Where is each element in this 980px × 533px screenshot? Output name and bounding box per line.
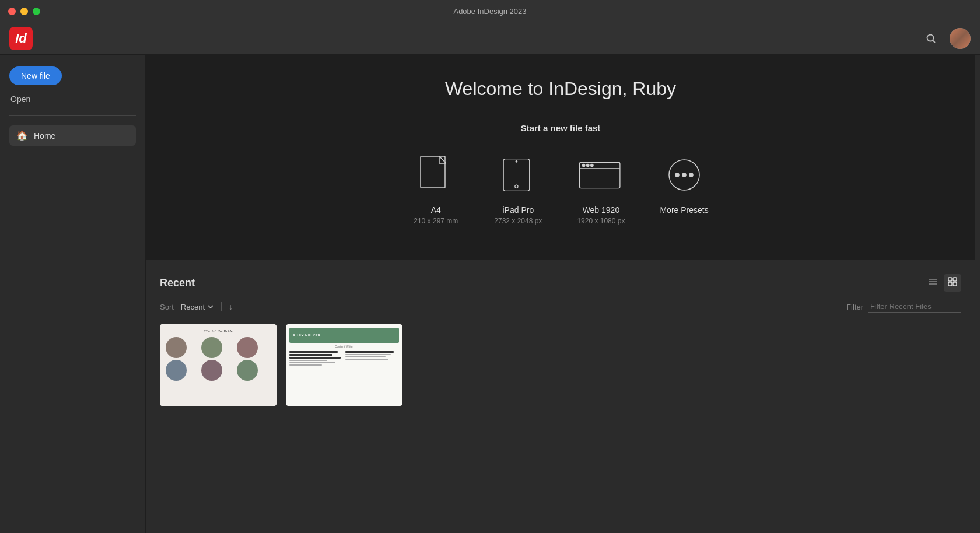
svg-point-10 <box>587 164 589 166</box>
filter-label: Filter <box>846 303 863 311</box>
preset-web-icon <box>578 152 624 198</box>
svg-point-11 <box>591 164 593 166</box>
scrollbar[interactable] <box>975 55 980 533</box>
svg-point-5 <box>515 185 518 188</box>
svg-point-14 <box>682 173 686 177</box>
svg-point-0 <box>928 34 934 41</box>
app-header: Id <box>0 22 980 55</box>
preset-a4[interactable]: A4 210 x 297 mm <box>412 152 459 225</box>
header-right <box>922 28 971 49</box>
sort-bar: Sort Recent ↓ Filter <box>160 301 961 313</box>
sort-label: Sort <box>160 303 174 311</box>
preset-ipad-pro[interactable]: iPad Pro 2732 x 2048 px <box>494 152 542 225</box>
open-button[interactable]: Open <box>9 92 136 106</box>
search-button[interactable] <box>922 29 940 48</box>
svg-rect-20 <box>953 278 957 281</box>
home-icon: 🏠 <box>16 130 28 141</box>
preset-web-name: Web 1920 <box>583 205 620 215</box>
sort-divider <box>221 302 222 311</box>
welcome-title: Welcome to InDesign, Ruby <box>158 78 964 100</box>
sidebar-item-home[interactable]: 🏠 Home <box>9 125 136 146</box>
preset-ipad-icon <box>495 152 541 198</box>
welcome-section: Welcome to InDesign, Ruby Start a new fi… <box>146 55 975 260</box>
preset-more-name: More Presets <box>660 205 708 215</box>
presets-subtitle: Start a new file fast <box>158 123 964 133</box>
recent-title: Recent <box>160 277 195 289</box>
preset-a4-icon <box>412 152 459 198</box>
svg-point-13 <box>676 173 679 177</box>
app-logo: Id <box>9 27 33 50</box>
svg-point-9 <box>583 164 585 166</box>
svg-line-1 <box>933 40 936 43</box>
sidebar-divider <box>9 115 136 116</box>
svg-point-6 <box>516 161 517 163</box>
preset-web-1920[interactable]: Web 1920 1920 x 1080 px <box>577 152 625 225</box>
titlebar: Adobe InDesign 2023 <box>0 0 980 22</box>
view-toggle <box>924 274 961 292</box>
preset-ipad-dims: 2732 x 2048 px <box>494 217 542 225</box>
svg-point-15 <box>690 173 693 177</box>
minimize-button[interactable] <box>20 8 28 15</box>
list-view-button[interactable] <box>924 274 942 292</box>
preset-web-dims: 1920 x 1080 px <box>577 217 625 225</box>
filter-area: Filter <box>846 301 961 313</box>
svg-rect-21 <box>949 282 952 286</box>
close-button[interactable] <box>8 8 16 15</box>
preset-more[interactable]: More Presets <box>660 152 708 225</box>
sidebar: New file Open 🏠 Home <box>0 55 146 533</box>
recent-section: Recent <box>146 260 975 406</box>
filter-input[interactable] <box>868 301 961 313</box>
sort-value: Recent <box>181 303 205 311</box>
preset-ipad-name: iPad Pro <box>502 205 534 215</box>
thumbnail-img-1: Cherish the Bride <box>160 324 276 406</box>
main-layout: New file Open 🏠 Home Welcome to InDesign… <box>0 55 980 533</box>
preset-a4-dims: 210 x 297 mm <box>414 217 458 225</box>
recent-file-1[interactable]: Cherish the Bride <box>160 324 276 406</box>
recent-file-2[interactable]: RUBY HELYER Content Writer <box>286 324 402 406</box>
new-file-button[interactable]: New file <box>9 66 62 85</box>
preset-a4-name: A4 <box>431 205 441 215</box>
preset-more-icon <box>661 152 708 198</box>
window-controls <box>8 8 40 15</box>
presets-grid: A4 210 x 297 mm iPad Pro 2732 x 2048 px <box>158 152 964 225</box>
recent-header: Recent <box>160 274 961 292</box>
sort-direction-button[interactable]: ↓ <box>229 302 233 311</box>
user-avatar[interactable] <box>950 28 971 49</box>
sort-dropdown[interactable]: Recent <box>181 303 214 311</box>
window-title: Adobe InDesign 2023 <box>453 7 526 16</box>
thumbnails-grid: Cherish the Bride <box>160 324 961 406</box>
maximize-button[interactable] <box>33 8 40 15</box>
thumbnail-img-2: RUBY HELYER Content Writer <box>286 324 402 406</box>
svg-rect-2 <box>421 156 445 188</box>
svg-rect-22 <box>953 282 957 286</box>
main-content: Welcome to InDesign, Ruby Start a new fi… <box>146 55 975 533</box>
grid-view-button[interactable] <box>944 274 961 292</box>
svg-rect-19 <box>949 278 952 281</box>
home-label: Home <box>34 131 55 141</box>
sort-chevron-icon <box>207 303 214 310</box>
svg-rect-7 <box>580 162 620 188</box>
svg-rect-4 <box>503 159 530 191</box>
avatar-image <box>950 28 971 49</box>
